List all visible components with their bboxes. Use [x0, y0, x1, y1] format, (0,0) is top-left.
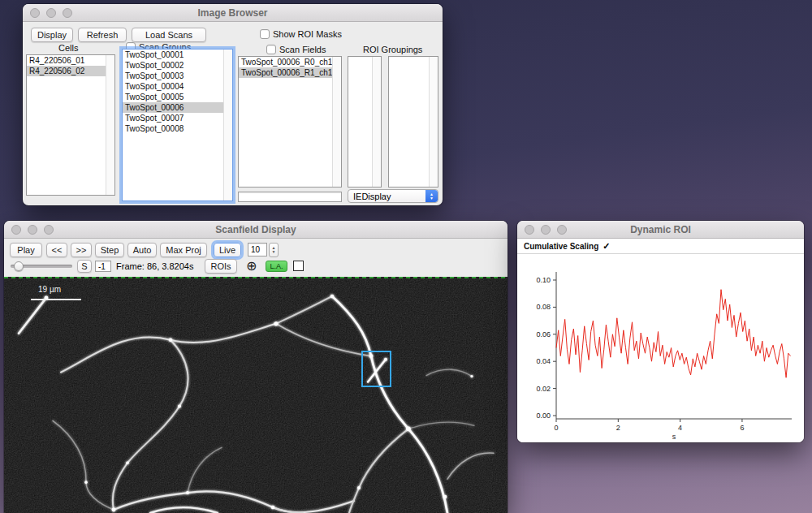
minimize-button[interactable] — [541, 225, 551, 235]
zoom-button[interactable] — [44, 225, 54, 235]
list-item[interactable]: R4_220506_02 — [27, 66, 106, 76]
zoom-button[interactable] — [63, 8, 72, 18]
crosshair-icon[interactable]: ⊕ — [246, 260, 257, 273]
window-title: Scanfield Display — [215, 224, 296, 235]
scale-bar-line — [31, 299, 81, 300]
list-item[interactable]: TwoSpot_00004 — [123, 81, 223, 92]
scanfield-image-view[interactable]: 19 µm — [4, 277, 508, 513]
svg-text:s: s — [672, 433, 676, 441]
lock-aspect-button[interactable]: L.A. — [266, 261, 287, 272]
scan-fields-row: Scan Fields — [266, 45, 326, 54]
image-browser-titlebar[interactable]: Image Browser — [23, 4, 443, 22]
list-item[interactable]: TwoSpot_00005 — [123, 92, 223, 102]
scan-groups-scrollbar[interactable] — [223, 50, 232, 200]
svg-text:6: 6 — [740, 424, 744, 432]
roi-groupings-a-scrollbar[interactable] — [372, 57, 381, 187]
roi-chart-area: 0.000.020.040.060.080.100246s — [517, 254, 804, 442]
frame-slider-thumb[interactable] — [14, 261, 24, 271]
refresh-button[interactable]: Refresh — [78, 28, 127, 42]
list-item[interactable]: TwoSpot_00008 — [123, 123, 223, 134]
list-item[interactable]: TwoSpot_00001 — [123, 50, 223, 60]
traffic-lights — [525, 225, 567, 235]
stepper-down-icon: ▼ — [272, 250, 276, 254]
scanfield-titlebar[interactable]: Scanfield Display — [4, 221, 508, 239]
list-item[interactable]: TwoSpot_00003 — [123, 71, 223, 81]
show-roi-masks-checkbox[interactable] — [260, 29, 270, 39]
svg-text:0.04: 0.04 — [536, 357, 551, 365]
roi-groupings-list-a[interactable] — [348, 56, 382, 188]
roi-signal-chart: 0.000.020.040.060.080.100246s — [517, 254, 804, 442]
roi-groupings-label: ROI Groupings — [363, 45, 422, 54]
scale-bar-label: 19 µm — [38, 285, 61, 294]
list-item[interactable]: TwoSpot_00002 — [123, 60, 223, 71]
rois-button[interactable]: ROIs — [205, 259, 237, 274]
traffic-lights — [30, 8, 72, 18]
scan-fields-scrollbar[interactable] — [332, 57, 341, 187]
svg-text:0.02: 0.02 — [536, 385, 551, 393]
list-item[interactable]: R4_220506_01 — [27, 55, 106, 66]
close-button[interactable] — [30, 8, 40, 18]
zoom-button[interactable] — [557, 225, 567, 235]
minimize-button[interactable] — [46, 8, 56, 18]
frame-info: Frame: 86, 3.8204s — [116, 261, 193, 271]
svg-text:0.00: 0.00 — [536, 412, 551, 420]
close-button[interactable] — [525, 225, 534, 235]
frame-rate-field[interactable] — [248, 243, 267, 256]
svg-text:0.10: 0.10 — [536, 276, 551, 284]
traffic-lights — [11, 225, 54, 235]
step-button[interactable]: Step — [95, 243, 124, 257]
roi-groupings-b-scrollbar[interactable] — [429, 57, 438, 187]
color-swatch[interactable] — [293, 261, 304, 271]
window-title: Dynamic ROI — [630, 224, 691, 235]
max-proj-button[interactable]: Max Proj — [160, 243, 207, 257]
dynamic-roi-titlebar[interactable]: Dynamic ROI — [517, 221, 804, 239]
cells-list[interactable]: R4_220506_01R4_220506_02 — [26, 54, 115, 196]
play-button[interactable]: Play — [10, 243, 42, 257]
desktop: { "icons": { "check": "✓", "crosshair": … — [0, 0, 812, 513]
dropdown-value: IEDisplay — [348, 192, 425, 201]
cells-scrollbar[interactable] — [106, 55, 114, 195]
close-button[interactable] — [11, 225, 21, 235]
scanfield-display-window: Scanfield Display Play << >> Step Auto M… — [4, 221, 508, 513]
s-button[interactable]: S — [77, 260, 92, 273]
prev-frame-button[interactable]: << — [46, 243, 67, 257]
list-item[interactable]: TwoSpot_00007 — [123, 113, 223, 123]
list-item[interactable]: TwoSpot_00006 — [123, 102, 223, 113]
show-roi-masks-row: Show ROI Masks — [260, 29, 342, 39]
microscopy-image — [4, 277, 508, 513]
dropdown-stepper-icon: ▲▼ — [425, 190, 438, 202]
scan-fields-list[interactable]: TwoSpot_00006_R0_ch1TwoSpot_00006_R1_ch1 — [238, 56, 342, 188]
load-scans-button[interactable]: Load Scans — [132, 28, 206, 42]
svg-text:0.08: 0.08 — [536, 303, 551, 311]
filter-field[interactable] — [238, 192, 342, 202]
auto-button[interactable]: Auto — [127, 243, 157, 257]
minimize-button[interactable] — [28, 225, 37, 235]
list-item[interactable]: TwoSpot_00006_R1_ch1 — [239, 67, 332, 78]
dynamic-roi-window: Dynamic ROI Cumulative Scaling ✓ 0.000.0… — [517, 221, 804, 442]
checkmark-icon: ✓ — [603, 241, 610, 252]
scan-fields-label: Scan Fields — [279, 45, 326, 54]
cumulative-scaling-row[interactable]: Cumulative Scaling ✓ — [517, 239, 804, 254]
next-frame-button[interactable]: >> — [71, 243, 92, 257]
scan-groups-list[interactable]: TwoSpot_00001TwoSpot_00002TwoSpot_00003T… — [122, 49, 233, 201]
svg-text:0.06: 0.06 — [536, 330, 551, 338]
display-button[interactable]: Display — [31, 28, 73, 42]
display-mode-dropdown[interactable]: IEDisplay ▲▼ — [348, 189, 438, 203]
svg-text:0: 0 — [554, 424, 558, 432]
roi-groupings-list-b[interactable] — [388, 56, 438, 188]
window-title: Image Browser — [197, 7, 267, 19]
frame-rate-stepper[interactable]: ▲ ▼ — [269, 243, 279, 257]
cells-label: Cells — [58, 43, 78, 53]
image-browser-window: Image Browser Display Refresh Load Scans… — [23, 4, 443, 205]
live-button[interactable]: Live — [214, 243, 241, 257]
svg-text:2: 2 — [616, 424, 620, 432]
scan-boundary-line — [4, 277, 508, 278]
scan-fields-checkbox[interactable] — [266, 45, 276, 54]
show-roi-masks-label: Show ROI Masks — [273, 29, 342, 39]
offset-field[interactable] — [95, 261, 111, 272]
svg-text:4: 4 — [678, 424, 682, 432]
cumulative-scaling-label: Cumulative Scaling — [524, 242, 598, 251]
list-item[interactable]: TwoSpot_00006_R0_ch1 — [239, 57, 332, 67]
roi-selection-box[interactable] — [361, 351, 391, 387]
